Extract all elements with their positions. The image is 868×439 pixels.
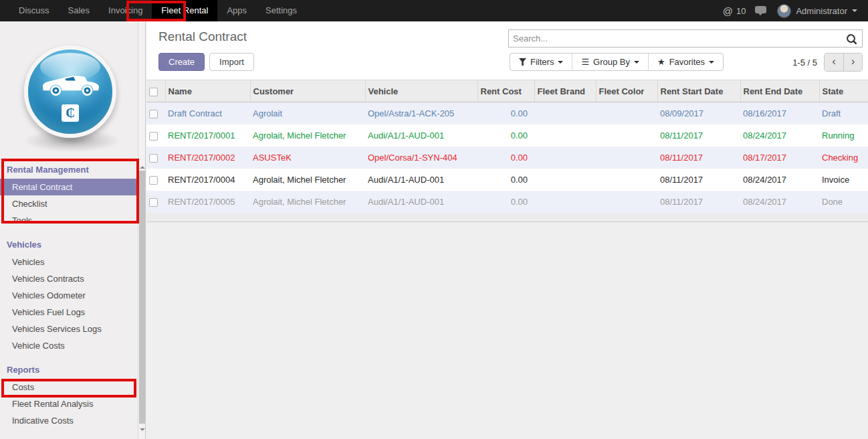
search-input[interactable] — [509, 30, 862, 47]
fleet-rental-logo: ₵ — [24, 46, 116, 138]
mentions-counter[interactable]: @ 10 — [723, 5, 746, 17]
pager-previous-button[interactable]: ‹ — [825, 54, 843, 71]
select-all-checkbox[interactable] — [149, 88, 158, 96]
cell-customer: Agrolait, Michel Fletcher — [250, 169, 365, 191]
sidebar-item-vehicle-costs[interactable]: Vehicle Costs — [0, 337, 145, 354]
cell-fleet-color — [596, 191, 657, 213]
nav-item-discuss[interactable]: Discuss — [9, 0, 59, 21]
sidebar-item-checklist[interactable]: Checklist — [0, 195, 145, 212]
cell-fleet-color — [596, 147, 657, 169]
sidebar-item-vehicles-odometer[interactable]: Vehicles Odometer — [0, 287, 145, 304]
menu-section-title: Rental Management — [0, 161, 145, 179]
cell-state: Done — [819, 191, 868, 213]
favorites-dropdown-button[interactable]: ★Favorites — [648, 54, 723, 70]
cell-rent-cost: 0.00 — [477, 191, 534, 213]
pager-range: 1-5 / 5 — [792, 58, 817, 68]
sidebar-item-vehicles-services-logs[interactable]: Vehicles Services Logs — [0, 321, 145, 337]
cell-fleet-brand — [534, 191, 596, 213]
cell-rent-end: 08/24/2017 — [740, 124, 819, 147]
cell-rent-end: 08/17/2017 — [740, 147, 819, 169]
cell-rent-cost: 0.00 — [477, 124, 534, 147]
user-menu[interactable]: Administrator — [777, 4, 857, 18]
pager-buttons: ‹ › — [824, 53, 863, 72]
cell-customer: ASUSTeK — [250, 147, 365, 169]
column-header-fleet-color[interactable]: Fleet Color — [596, 80, 657, 102]
app-menu: DiscussSalesInvoicingFleet RentalAppsSet… — [0, 0, 306, 21]
import-button[interactable]: Import — [209, 53, 254, 71]
cell-name: RENT/2017/0004 — [165, 169, 250, 191]
sidebar-item-vehicles[interactable]: Vehicles — [0, 254, 145, 270]
action-buttons: Create Import — [158, 53, 254, 71]
scrollbar-thumb[interactable] — [139, 171, 145, 424]
column-header-rent-start-date[interactable]: Rent Start Date — [657, 80, 740, 102]
sidebar-item-vehicles-fuel-logs[interactable]: Vehicles Fuel Logs — [0, 304, 145, 321]
sidebar-item-vehicles-contracts[interactable]: Vehicles Contracts — [0, 270, 145, 287]
table-row-draft-contract[interactable]: Draft ContractAgrolaitOpel/Astra/1-ACK-2… — [146, 102, 868, 124]
sidebar-item-rental-contract[interactable]: Rental Contract — [0, 179, 145, 195]
chat-bubble-icon[interactable] — [755, 6, 768, 16]
table-row-rent-2017-0005[interactable]: RENT/2017/0005Agrolait, Michel FletcherA… — [146, 191, 868, 213]
rental-contract-table: NameCustomerVehicleRent CostFleet BrandF… — [146, 80, 868, 213]
page-title: Rental Contract — [158, 29, 247, 44]
column-header-vehicle[interactable]: Vehicle — [365, 80, 477, 102]
pager-next-button[interactable]: › — [843, 54, 862, 71]
sidebar: ₵ Rental ManagementRental ContractCheckl… — [0, 21, 146, 439]
table-row-rent-2017-0001[interactable]: RENT/2017/0001Agrolait, Michel FletcherA… — [146, 124, 868, 147]
cell-name: RENT/2017/0002 — [165, 147, 250, 169]
row-checkbox[interactable] — [149, 110, 158, 118]
row-checkbox[interactable] — [149, 176, 158, 185]
cell-fleet-brand — [534, 102, 596, 124]
currency-badge-icon: ₵ — [62, 104, 79, 122]
pager: 1-5 / 5 ‹ › — [792, 53, 863, 72]
column-header-name[interactable]: Name — [165, 80, 250, 102]
group-by-dropdown-button[interactable]: ☰Group By — [572, 54, 648, 70]
column-header-state[interactable]: State — [819, 80, 868, 102]
table-row-rent-2017-0002[interactable]: RENT/2017/0002ASUSTeKOpel/Corsa/1-SYN-40… — [146, 147, 868, 169]
row-checkbox[interactable] — [149, 154, 158, 163]
column-header-customer[interactable]: Customer — [250, 80, 365, 102]
nav-item-apps[interactable]: Apps — [217, 0, 256, 21]
scroll-down-icon[interactable] — [140, 428, 145, 434]
search-box — [508, 29, 863, 48]
menu-section-title: Configuration — [0, 436, 145, 439]
group-by-bars-icon: ☰ — [581, 57, 589, 67]
column-header-rent-end-date[interactable]: Rent End Date — [740, 80, 819, 102]
row-checkbox[interactable] — [149, 132, 158, 141]
create-button[interactable]: Create — [158, 53, 205, 71]
nav-item-settings[interactable]: Settings — [256, 0, 306, 21]
sidebar-item-costs[interactable]: Costs — [0, 379, 145, 396]
row-checkbox[interactable] — [149, 198, 158, 207]
cell-state: Running — [819, 124, 868, 147]
table-row-rent-2017-0004[interactable]: RENT/2017/0004Agrolait, Michel FletcherA… — [146, 169, 868, 191]
search-icon[interactable] — [846, 33, 857, 45]
nav-item-sales[interactable]: Sales — [59, 0, 100, 21]
menu-section-title: Vehicles — [0, 236, 145, 254]
cell-fleet-color — [596, 124, 657, 147]
nav-item-fleet-rental[interactable]: Fleet Rental — [152, 0, 217, 21]
chevron-down-icon — [634, 61, 639, 66]
cell-vehicle: Audi/A1/1-AUD-001 — [365, 191, 477, 213]
filters-dropdown-button[interactable]: Filters — [510, 54, 572, 70]
sidebar-item-indicative-costs[interactable]: Indicative Costs — [0, 412, 145, 429]
menu-section-rental-management: Rental ManagementRental ContractChecklis… — [0, 161, 145, 229]
table-footer — [146, 213, 868, 222]
column-header-rent-cost[interactable]: Rent Cost — [477, 80, 534, 102]
row-select-cell — [146, 169, 165, 191]
sidebar-scrollbar[interactable] — [138, 21, 145, 439]
mention-count: 10 — [736, 6, 746, 16]
cell-name: Draft Contract — [165, 102, 250, 124]
nav-item-invoicing[interactable]: Invoicing — [99, 0, 152, 21]
cell-rent-start: 08/11/2017 — [657, 147, 740, 169]
filter-funnel-icon — [519, 58, 526, 66]
cell-rent-end: 08/16/2017 — [740, 102, 819, 124]
sidebar-item-fleet-rental-analysis[interactable]: Fleet Rental Analysis — [0, 396, 145, 412]
scroll-up-icon[interactable] — [140, 163, 145, 169]
cell-fleet-brand — [534, 147, 596, 169]
sidebar-item-tools[interactable]: Tools — [0, 212, 145, 229]
menu-section-title: Reports — [0, 361, 145, 379]
cell-rent-start: 08/09/2017 — [657, 102, 740, 124]
cell-rent-start: 08/11/2017 — [657, 191, 740, 213]
column-header-fleet-brand[interactable]: Fleet Brand — [534, 80, 596, 102]
cell-name: RENT/2017/0005 — [165, 191, 250, 213]
chevron-down-icon — [709, 61, 714, 66]
